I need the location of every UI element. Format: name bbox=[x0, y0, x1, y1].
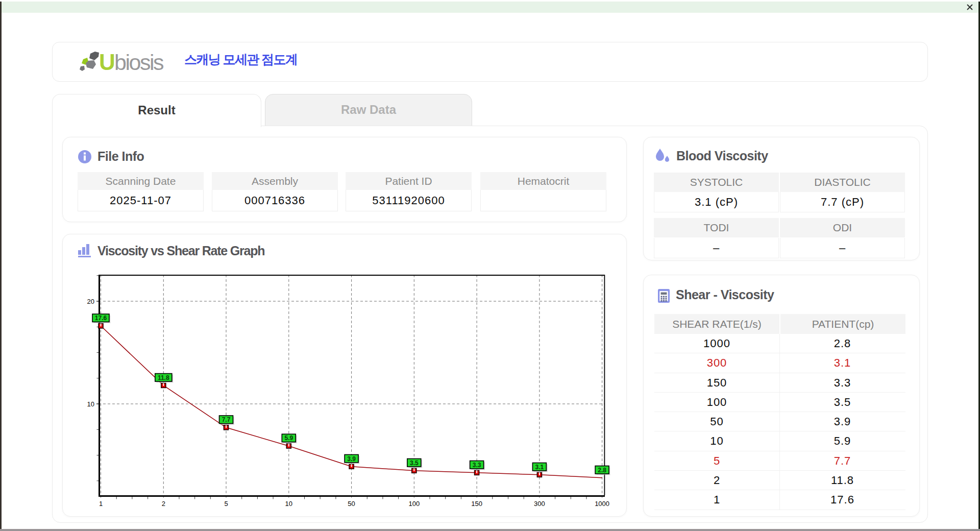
svg-text:3.9: 3.9 bbox=[347, 455, 356, 463]
svg-text:biosis: biosis bbox=[114, 50, 163, 75]
svg-text:50: 50 bbox=[348, 500, 355, 508]
svg-text:U: U bbox=[99, 50, 115, 75]
svg-text:10: 10 bbox=[87, 400, 94, 408]
svg-text:5: 5 bbox=[224, 500, 228, 508]
svg-text:100: 100 bbox=[408, 500, 420, 508]
svg-text:3.3: 3.3 bbox=[473, 462, 481, 469]
svg-text:2: 2 bbox=[162, 500, 165, 508]
svg-text:11.8: 11.8 bbox=[158, 374, 169, 381]
svg-text:150: 150 bbox=[471, 500, 482, 508]
svg-text:20: 20 bbox=[87, 298, 94, 305]
svg-text:300: 300 bbox=[534, 500, 545, 508]
svg-text:7.7: 7.7 bbox=[222, 416, 231, 423]
svg-text:5.9: 5.9 bbox=[284, 435, 293, 442]
svg-text:1000: 1000 bbox=[595, 500, 609, 508]
svg-text:2.8: 2.8 bbox=[598, 467, 606, 474]
svg-text:3.5: 3.5 bbox=[410, 460, 419, 467]
svg-text:10: 10 bbox=[285, 500, 292, 508]
svg-text:17.6: 17.6 bbox=[95, 315, 107, 322]
svg-text:3.1: 3.1 bbox=[535, 464, 544, 471]
svg-text:1: 1 bbox=[99, 500, 103, 508]
